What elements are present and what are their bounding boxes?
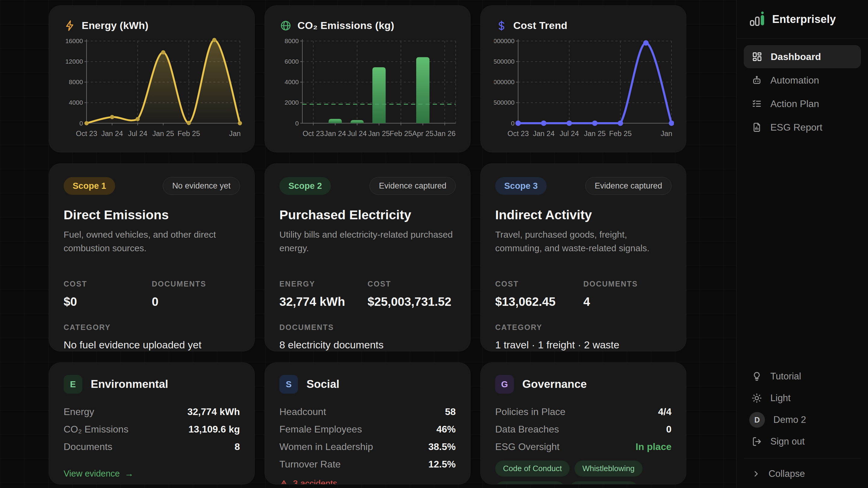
policy-tag: Code of Conduct: [495, 461, 569, 477]
scope-title: Purchased Electricity: [279, 207, 456, 222]
row-label: Turnover Rate: [279, 459, 341, 470]
svg-text:Jul 24: Jul 24: [128, 130, 147, 138]
zap-icon: [64, 20, 76, 31]
stat-value: $0: [64, 295, 152, 309]
scope-title: Direct Emissions: [64, 207, 240, 222]
alert-triangle-icon: [279, 479, 288, 485]
summary-title: Social: [307, 378, 339, 391]
svg-text:6000: 6000: [284, 58, 299, 65]
svg-text:Oct 23: Oct 23: [507, 130, 529, 138]
co2-emissions-chart: 02000400060008000Oct 23Jan 24Jul 24Jan 2…: [277, 34, 458, 142]
svg-text:Jul 24: Jul 24: [560, 130, 579, 138]
row-label: Data Breaches: [495, 424, 559, 435]
summary-title: Environmental: [91, 378, 168, 391]
sidebar-account[interactable]: D Demo 2: [744, 409, 861, 430]
sidebar-sign-out[interactable]: Sign out: [744, 431, 861, 452]
list-checks-icon: [752, 98, 762, 109]
stat: DOCUMENTS 8 electricity documents: [279, 323, 456, 351]
arrow-right-icon: →: [124, 468, 133, 479]
svg-text:8000: 8000: [284, 37, 299, 44]
svg-text:Oct 23: Oct 23: [76, 130, 97, 138]
svg-text:Jan 26: Jan 26: [229, 130, 242, 138]
stat: CATEGORY No fuel evidence uploaded yet: [64, 323, 240, 351]
svg-text:Jan 25: Jan 25: [584, 130, 606, 138]
sidebar-theme-toggle[interactable]: Light: [744, 387, 861, 409]
scope-description: Utility bills and electricity-related pu…: [279, 228, 456, 255]
sidebar-item-esg-report[interactable]: ESG Report: [744, 116, 861, 139]
svg-text:Jan 24: Jan 24: [533, 130, 555, 138]
row-value: In place: [636, 441, 672, 452]
row-label: Women in Leadership: [279, 441, 373, 452]
scope-stats: COST $0 DOCUMENTS 0: [64, 280, 240, 309]
scope-title: Indirect Activity: [495, 207, 672, 222]
dollar-icon: [496, 20, 507, 31]
brand-logo-icon: [749, 11, 766, 27]
summary-row: Headcount 58: [279, 406, 456, 418]
row-value: 8: [235, 441, 240, 452]
stat-label: DOCUMENTS: [584, 280, 672, 288]
upload-fuel-records-link[interactable]: Upload fuel records →: [64, 351, 240, 351]
sidebar: Enterprisely Dashboard Automation Action…: [736, 0, 868, 488]
svg-text:12000: 12000: [65, 58, 83, 65]
summary-row: Energy 32,774 kWh: [64, 406, 240, 418]
sidebar-footer: Tutorial Light D Demo 2 Sign out: [737, 366, 868, 452]
sidebar-item-action-plan[interactable]: Action Plan: [744, 92, 861, 115]
stat: DOCUMENTS 0: [152, 280, 240, 309]
arrow-right-icon: →: [153, 351, 162, 351]
stat: ENERGY 32,774 kWh: [279, 280, 368, 309]
svg-text:16000: 16000: [65, 37, 83, 44]
status-chip: No evidence yet: [163, 177, 240, 195]
svg-text:4000: 4000: [284, 79, 299, 85]
svg-text:Jul 24: Jul 24: [347, 130, 367, 138]
scope-description: Travel, purchased goods, freight, commut…: [495, 228, 672, 255]
collapse-button[interactable]: Collapse: [737, 464, 868, 483]
row-value: 4/4: [658, 406, 672, 418]
social-card: S Social Headcount 58 Female Employees 4…: [265, 363, 470, 484]
stat: COST $25,003,731.52: [368, 280, 456, 309]
svg-text:Feb 25: Feb 25: [178, 130, 200, 138]
svg-text:Jan 26: Jan 26: [661, 130, 674, 138]
sidebar-item-automation[interactable]: Automation: [744, 69, 861, 92]
sidebar-item-dashboard[interactable]: Dashboard: [744, 45, 861, 68]
letter-badge: E: [64, 375, 82, 394]
chart-title: CO₂ Emissions (kg): [298, 20, 394, 31]
policy-tag: Whistleblowing: [575, 461, 642, 477]
policy-tag: Anti-Corruption: [569, 481, 638, 484]
chart-title: Cost Trend: [513, 20, 567, 31]
svg-text:0: 0: [295, 120, 299, 127]
scope-2-card: Scope 2 Evidence captured Purchased Elec…: [265, 164, 470, 351]
row-value: 12.5%: [428, 459, 456, 470]
svg-text:8000: 8000: [69, 79, 83, 85]
stat-label: CATEGORY: [495, 323, 672, 332]
stat-label: ENERGY: [279, 280, 368, 288]
row-label: Policies in Place: [495, 406, 565, 418]
stat-value: No fuel evidence uploaded yet: [64, 339, 240, 351]
scope-1-card: Scope 1 No evidence yet Direct Emissions…: [49, 164, 255, 351]
file-chart-icon: [752, 122, 762, 133]
energy-chart: 0400080001200016000Oct 23Jan 24Jul 24Jan…: [61, 34, 242, 142]
stat-value: 4: [584, 295, 672, 309]
summary-title: Governance: [522, 378, 587, 391]
row-label: ESG Oversight: [495, 441, 559, 452]
stat-label: CATEGORY: [64, 323, 240, 332]
summary-row: Data Breaches 0: [495, 424, 672, 435]
stat: COST $13,062.45: [495, 280, 584, 309]
stat-value: 8 electricity documents: [279, 339, 456, 351]
stat-value: $13,062.45: [495, 295, 584, 309]
summary-row: Turnover Rate 12.5%: [279, 459, 456, 470]
sidebar-tutorial[interactable]: Tutorial: [744, 366, 861, 387]
row-label: CO₂ Emissions: [64, 424, 128, 435]
scope-stats: COST $13,062.45 DOCUMENTS 4: [495, 280, 672, 309]
svg-text:Jan 25: Jan 25: [368, 130, 390, 138]
stat-value: 32,774 kWh: [279, 295, 368, 309]
view-evidence-link[interactable]: View evidence →: [64, 468, 240, 479]
brand: Enterprisely: [737, 0, 868, 38]
stat: DOCUMENTS 4: [584, 280, 672, 309]
summary-row: Documents 8: [64, 441, 240, 452]
status-chip: Evidence captured: [370, 177, 456, 195]
svg-text:26000000: 26000000: [493, 37, 515, 44]
svg-text:0: 0: [511, 120, 515, 127]
summary-row: ESG Oversight In place: [495, 441, 672, 452]
sidebar-nav: Dashboard Automation Action Plan ESG Rep…: [737, 38, 868, 139]
svg-text:0: 0: [79, 120, 83, 127]
